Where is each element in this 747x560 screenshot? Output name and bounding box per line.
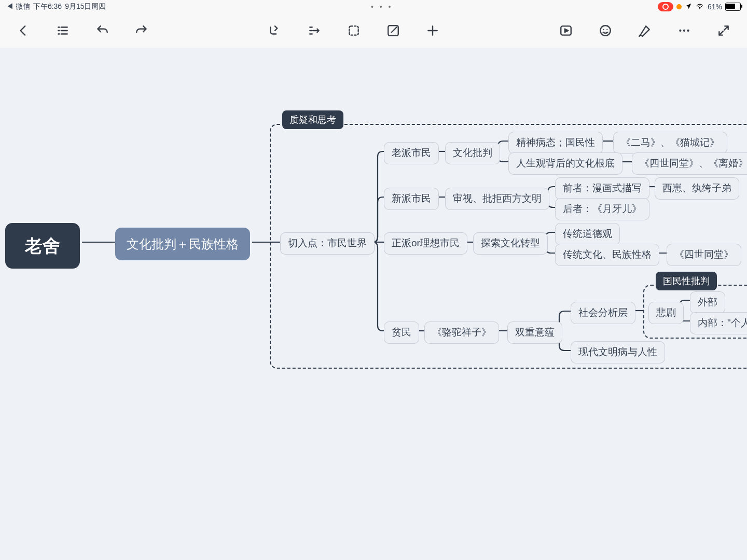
back-app-indicator[interactable]: ◀ 微信 — [6, 2, 30, 11]
node-worldview-works[interactable]: 《四世同堂》、《离婚》 — [632, 152, 747, 175]
node-poor[interactable]: 贫民 — [384, 321, 419, 344]
node-psyche[interactable]: 精神病态；国民性 — [508, 132, 603, 154]
style-button[interactable] — [637, 23, 653, 38]
battery-pct: 61% — [708, 3, 722, 11]
multitask-dots[interactable]: • • • — [106, 3, 658, 11]
insert-child-button[interactable] — [267, 23, 283, 38]
status-date: 9月15日周四 — [65, 2, 106, 11]
node-caricature-ex[interactable]: 西崽、纨绔子弟 — [655, 177, 739, 200]
node-tradition[interactable]: 传统文化、民族性格 — [555, 244, 659, 266]
status-time: 下午6:36 — [33, 2, 62, 11]
node-camel[interactable]: 《骆驼祥子》 — [424, 321, 499, 344]
node-internal[interactable]: 内部："个人 — [690, 312, 747, 334]
svg-point-7 — [679, 30, 681, 32]
node-tradition-works[interactable]: 《四世同堂》 — [667, 244, 741, 266]
node-social[interactable]: 社会分析层 — [571, 302, 635, 324]
location-icon — [685, 3, 692, 11]
node-modern-ill[interactable]: 现代文明病与人性 — [571, 341, 665, 363]
node-new-citizen[interactable]: 新派市民 — [384, 188, 439, 210]
svg-point-9 — [687, 30, 689, 32]
status-bar: ◀ 微信 下午6:36 9月15日周四 • • • 61% — [0, 0, 747, 13]
node-west[interactable]: 审视、批拒西方文明 — [445, 188, 549, 210]
node-ideal-citizen[interactable]: 正派or理想市民 — [384, 232, 467, 255]
node-crescent[interactable]: 后者：《月牙儿》 — [555, 198, 649, 220]
connector-lines — [0, 48, 747, 560]
node-psyche-works[interactable]: 《二马》、《猫城记》 — [613, 132, 727, 154]
location-recent-icon — [676, 4, 682, 9]
undo-button[interactable] — [94, 23, 110, 38]
node-caricature[interactable]: 前者：漫画式描写 — [555, 177, 649, 200]
svg-point-8 — [683, 30, 685, 32]
screen-recording-indicator[interactable] — [658, 2, 673, 11]
outline-button[interactable] — [55, 23, 71, 38]
node-worldview[interactable]: 人生观背后的文化根底 — [508, 152, 622, 175]
mindmap-subtopic-node[interactable]: 文化批判＋民族性格 — [115, 228, 250, 260]
redo-button[interactable] — [134, 23, 149, 38]
toolbar — [0, 13, 747, 48]
mindmap-canvas[interactable]: 质疑和思考 国民性批判 — [0, 48, 747, 560]
add-button[interactable] — [425, 23, 440, 38]
more-button[interactable] — [676, 23, 692, 38]
svg-point-6 — [606, 29, 607, 30]
mindmap-root-node[interactable]: 老舍 — [5, 223, 80, 269]
node-tragedy[interactable]: 悲剧 — [648, 302, 684, 324]
svg-point-5 — [603, 29, 604, 30]
node-transform[interactable]: 探索文化转型 — [473, 232, 548, 255]
wifi-icon — [695, 3, 704, 11]
node-morals[interactable]: 传统道德观 — [555, 223, 620, 245]
node-culture-critique[interactable]: 文化批判 — [445, 142, 500, 164]
select-button[interactable] — [346, 23, 362, 38]
svg-point-4 — [600, 25, 611, 36]
node-external[interactable]: 外部 — [690, 291, 725, 314]
battery-icon — [725, 3, 741, 11]
node-dual[interactable]: 双重意蕴 — [507, 321, 562, 344]
node-entrypoint[interactable]: 切入点：市民世界 — [280, 232, 375, 255]
insert-sibling-button[interactable] — [307, 23, 322, 38]
back-button[interactable] — [16, 23, 31, 38]
play-button[interactable] — [558, 23, 574, 38]
fullscreen-button[interactable] — [716, 23, 731, 38]
svg-rect-1 — [349, 26, 358, 35]
node-old-citizen[interactable]: 老派市民 — [384, 142, 439, 164]
edit-button[interactable] — [385, 23, 401, 38]
svg-point-0 — [699, 8, 700, 9]
emoji-button[interactable] — [598, 23, 613, 38]
